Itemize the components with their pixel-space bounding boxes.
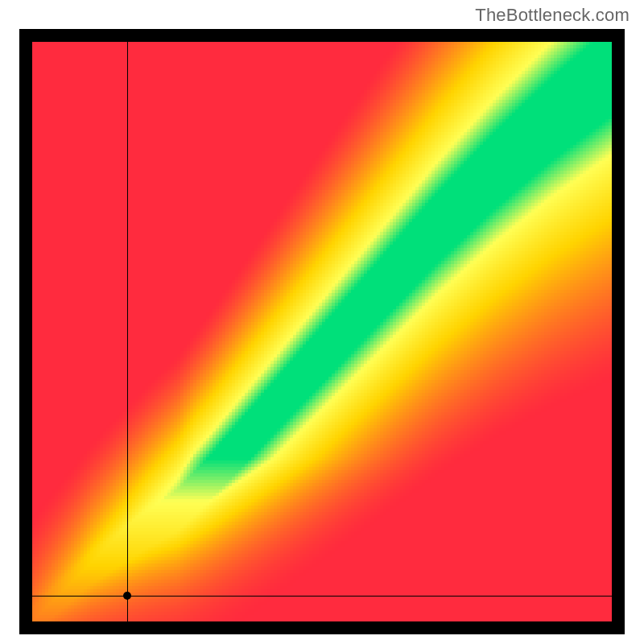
heatmap-canvas <box>32 42 612 621</box>
chart-stage: TheBottleneck.com <box>0 0 644 644</box>
marker-dot <box>123 592 131 600</box>
plot-area <box>32 42 612 621</box>
watermark-text: TheBottleneck.com <box>475 5 630 26</box>
crosshair-vertical <box>127 42 128 621</box>
crosshair-horizontal <box>32 596 612 597</box>
plot-frame <box>19 29 625 634</box>
